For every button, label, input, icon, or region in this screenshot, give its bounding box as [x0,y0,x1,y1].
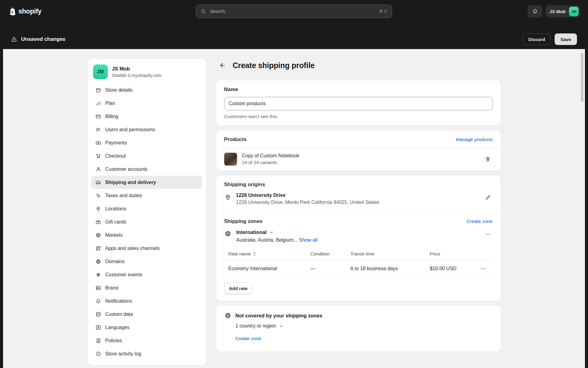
sidebar-item-taxes-and-duties[interactable]: Taxes and duties [91,189,202,202]
user-menu[interactable]: JS Mob JM [545,5,580,17]
customer-accounts-icon [95,166,101,172]
sidebar-item-checkout[interactable]: Checkout [91,149,202,163]
show-all-link[interactable]: Show all [299,237,317,243]
policies-document-icon [95,338,101,344]
rates-table: Rate name Condition Transit time Price E… [224,247,493,277]
store-header: JM JS Mob 03afd8-3.myshopify.com [91,63,202,83]
store-icon [95,87,101,93]
sidebar-item-customer-accounts[interactable]: Customer accounts [91,163,202,176]
sidebar-item-customer-events[interactable]: Customer events [91,268,202,281]
taxes-icon [95,193,101,199]
store-domain: 03afd8-3.myshopify.com [112,73,162,78]
shopify-bag-icon: S [8,7,16,16]
rate-condition-cell: — [311,266,351,271]
save-button[interactable]: Save [555,33,577,45]
search-shortcut: ⌘ K [379,9,387,14]
shipping-origins-title: Shipping origins [224,182,493,188]
origin-row: 1226 University Drive 1226 University Dr… [224,193,493,205]
sidebar-item-store-activity-log[interactable]: Store activity log [91,347,202,360]
sidebar-item-label: Shipping and delivery [105,180,156,185]
sidebar-item-label: Billing [105,114,119,119]
checkout-icon [95,153,101,159]
payments-icon [95,140,101,146]
rate-transit-cell: 6 to 18 business days [351,266,430,271]
topbar: S shopify ⌘ K JS Mob JM [0,0,588,23]
shopify-logo[interactable]: S shopify [8,7,41,16]
markets-icon [95,232,101,238]
sidebar-item-gift-cards[interactable]: Gift cards [91,215,202,228]
rate-menu-button[interactable] [478,264,488,274]
notifications-button[interactable] [528,5,542,17]
sidebar-item-label: Domains [105,259,125,264]
search-input[interactable] [209,8,375,14]
manage-products-link[interactable]: Manage products [456,137,493,142]
not-covered-section: Not covered by your shipping zones 1 cou… [216,306,501,352]
origin-name: 1226 University Drive [236,193,379,198]
sidebar-item-apps-and-sales-channels[interactable]: Apps and sales channels [91,242,202,255]
rate-name-header[interactable]: Rate name [224,251,311,256]
products-card: Products Manage products Copy of Custom … [216,130,501,171]
sidebar-item-payments[interactable]: Payments [91,136,202,149]
languages-icon [95,324,101,331]
zone-menu-button[interactable] [483,229,493,239]
locations-pin-icon [95,206,101,212]
search-icon [201,9,206,14]
rates-table-header: Rate name Condition Transit time Price [224,247,493,261]
page-title: Create shipping profile [233,61,315,70]
sidebar-item-locations[interactable]: Locations [91,202,202,215]
sidebar-item-domains[interactable]: Domains [91,255,202,268]
unsaved-changes-label: Unsaved changes [21,36,66,42]
page-header: Create shipping profile [216,59,501,71]
rate-price-cell: $10.00 USD [430,266,478,271]
shipping-truck-icon [95,179,101,186]
sidebar-item-label: Gift cards [105,219,126,225]
zone-name-toggle[interactable]: International [236,229,318,235]
global-search[interactable]: ⌘ K [196,5,392,18]
store-avatar: JM [93,64,108,79]
add-rate-button[interactable]: Add rate [224,282,253,294]
rate-row: Economy International — 6 to 18 business… [224,261,493,277]
sidebar-item-notifications[interactable]: Notifications [91,294,202,308]
discard-button[interactable]: Discard [523,33,551,45]
sidebar-item-brand[interactable]: Brand [91,281,202,294]
sidebar-item-label: Store details [105,87,133,93]
condition-header: Condition [311,251,351,256]
sidebar-item-label: Plan [105,101,115,106]
activity-log-clock-icon [95,351,101,357]
sidebar-item-plan[interactable]: Plan [91,97,202,110]
sidebar-item-label: Customer accounts [105,167,148,172]
sidebar-item-store-details[interactable]: Store details [91,83,202,97]
back-button[interactable] [216,59,228,71]
not-covered-card: Not covered by your shipping zones 1 cou… [216,306,501,352]
sidebar-item-shipping-and-delivery[interactable]: Shipping and delivery [91,176,202,189]
not-covered-toggle[interactable]: 1 country or region [236,323,493,329]
sidebar-item-users-and-permissions[interactable]: Users and permissions [91,123,202,136]
settings-sidebar: JM JS Mob 03afd8-3.myshopify.com Store d… [88,59,206,365]
product-variants: 24 of 24 variants [242,160,300,165]
rate-name-header-label: Rate name [228,251,251,256]
sidebar-item-policies[interactable]: Policies [91,334,202,347]
products-title: Products [224,136,247,143]
remove-product-button[interactable] [483,154,493,164]
warning-icon [11,36,17,42]
name-card: Name Customers won't see this. [216,80,501,125]
sidebar-item-custom-data[interactable]: Custom data [91,308,202,321]
scrollbar-thumb[interactable] [581,53,583,102]
edit-origin-button[interactable] [483,193,493,202]
not-covered-create-zone-link[interactable]: Create zone [236,336,261,341]
sidebar-item-languages[interactable]: Languages [91,321,202,334]
sidebar-item-billing[interactable]: Billing [91,110,202,123]
unsaved-changes-bar: Unsaved changes Discard Save [3,29,585,49]
create-zone-link[interactable]: Create zone [467,219,492,224]
sidebar-item-label: Apps and sales channels [105,246,160,251]
chevron-down-icon [279,324,284,328]
sidebar-item-markets[interactable]: Markets [91,228,202,242]
origin-address: 1226 University Drive, Menlo Park Califo… [236,200,379,205]
store-meta: JS Mob 03afd8-3.myshopify.com [112,66,162,78]
zone-row: International Australia, Austria, Belgiu… [224,229,493,243]
zone-countries: Australia, Austria, Belgium... Show all [236,237,318,243]
not-covered-header: Not covered by your shipping zones [224,312,493,319]
chevron-down-icon [269,230,274,235]
zone-countries-preview: Australia, Austria, Belgium... [236,237,298,243]
profile-name-input[interactable] [224,97,493,110]
